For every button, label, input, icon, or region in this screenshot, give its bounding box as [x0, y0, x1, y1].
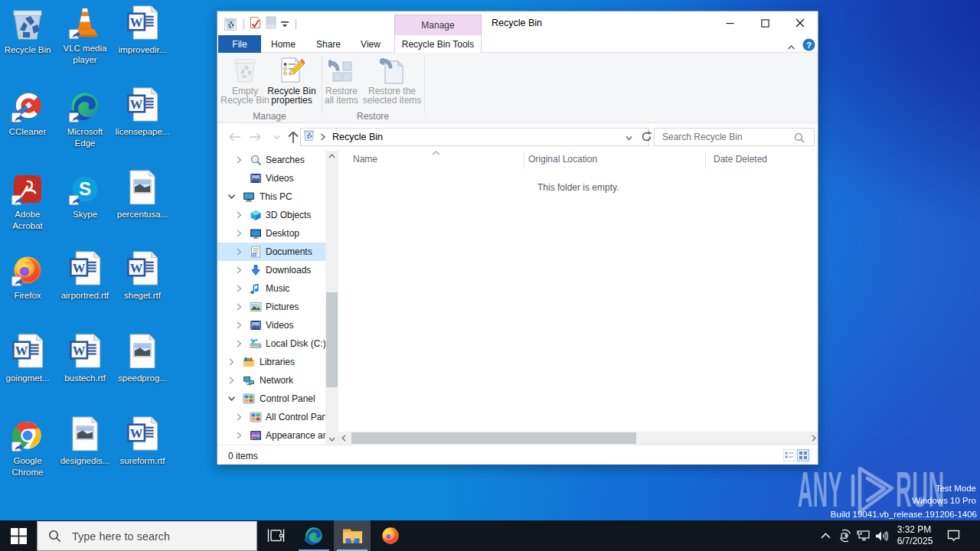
svg-text:?: ?	[806, 41, 812, 50]
